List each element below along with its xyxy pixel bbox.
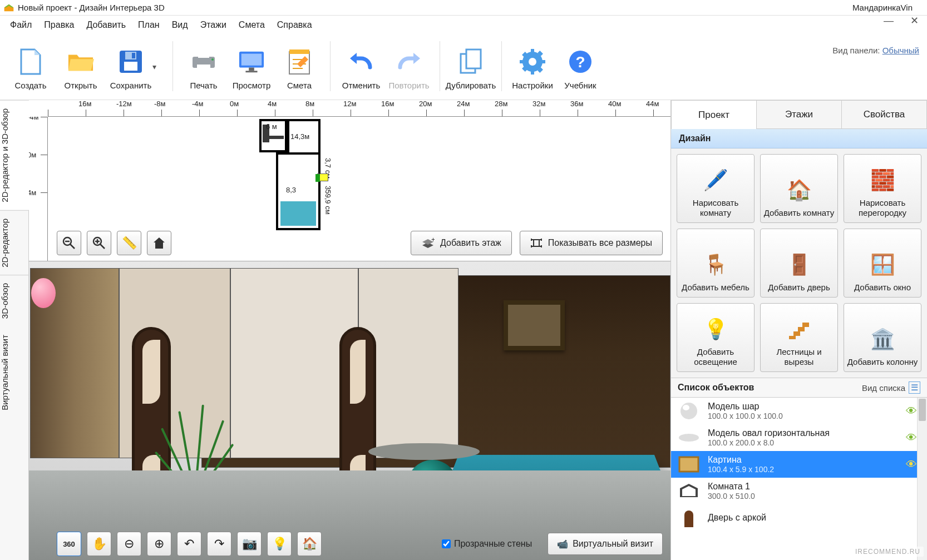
scrollbar[interactable] <box>917 398 927 560</box>
menu-view[interactable]: Вид <box>166 18 194 32</box>
zoom-out-button[interactable] <box>57 231 81 255</box>
create-button[interactable]: Создать <box>6 38 56 96</box>
design-tools: 🖊️Нарисовать комнату 🏠Добавить комнату 🧱… <box>671 148 927 378</box>
tab-floors[interactable]: Этажи <box>757 100 842 129</box>
estimate-button[interactable]: Смета <box>275 38 323 96</box>
panel-view-link[interactable]: Обычный <box>882 46 919 55</box>
home-button[interactable] <box>147 231 171 255</box>
home-3d-button[interactable]: 🏠 <box>297 532 322 556</box>
pane-3d[interactable]: 360 ✋ ⊖ ⊕ ↶ ↷ 📷 💡 🏠 Прозрачные стены 📹 В… <box>29 261 670 560</box>
floorplan[interactable]: 6 м 14,3м 8,3 3,7 см 359,9 см <box>259 119 348 236</box>
door-icon: 🚪 <box>787 251 812 278</box>
menu-plan[interactable]: План <box>132 18 165 32</box>
svg-rect-19 <box>531 70 534 75</box>
objects-header: Список объектов <box>678 383 862 393</box>
svg-line-32 <box>100 244 105 249</box>
zoom-in-button[interactable] <box>87 231 111 255</box>
menubar: Файл Правка Добавить План Вид Этажи Смет… <box>0 16 927 34</box>
list-view-mode[interactable]: Вид списка ☰ <box>862 381 920 394</box>
add-window-button[interactable]: 🪟Добавить окно <box>844 229 921 298</box>
settings-button[interactable]: Настройки <box>509 38 556 96</box>
close-button[interactable]: ✕ <box>909 16 919 26</box>
tab-virtual[interactable]: Виртуальный визит <box>0 327 28 418</box>
show-dims-button[interactable]: Показывать все размеры <box>520 231 663 255</box>
save-button[interactable]: Сохранить <box>106 38 156 96</box>
user-label: МандаринкаVin <box>852 3 913 12</box>
chair-icon: 🪑 <box>703 251 728 278</box>
duplicate-button[interactable]: Дублировать <box>447 38 495 96</box>
tab-properties[interactable]: Свойства <box>842 100 927 129</box>
svg-rect-15 <box>466 49 481 68</box>
virtual-visit-button[interactable]: 📹 Виртуальный визит <box>548 533 663 555</box>
svg-point-36 <box>681 403 697 419</box>
picture-object <box>504 300 565 350</box>
pan-button[interactable]: ✋ <box>87 532 111 556</box>
list-item[interactable]: Дверь с аркой <box>671 504 927 531</box>
add-furniture-button[interactable]: 🪑Добавить мебель <box>677 229 755 298</box>
pane-2d[interactable]: 16м -12м -8м -4м 0м 4м 8м 12м 16м 20м 24… <box>29 100 670 261</box>
print-button[interactable]: Печать <box>180 38 228 96</box>
add-lighting-button[interactable]: 💡Добавить освещение <box>677 303 755 372</box>
watermark: IRECOMMEND.RU <box>852 547 924 557</box>
list-item[interactable]: Модель овал горизонтальная100.0 x 200.0 … <box>671 424 927 451</box>
view-360-button[interactable]: 360 <box>57 532 81 556</box>
zoom-in-3d-button[interactable]: ⊕ <box>147 532 171 556</box>
list-item[interactable]: Комната 1300.0 x 510.0 <box>671 478 927 504</box>
tutorial-button[interactable]: ? Учебник <box>556 38 604 96</box>
svg-rect-11 <box>245 71 257 72</box>
redo-button[interactable]: Повторить <box>385 38 433 96</box>
open-button[interactable]: Открыть <box>56 38 106 96</box>
balloon-object <box>31 278 56 308</box>
menu-help[interactable]: Справка <box>272 18 318 32</box>
list-item[interactable]: Картина100.4 x 5.9 x 100.2 👁 <box>671 451 927 478</box>
bulb-icon: 💡 <box>703 316 728 343</box>
tab-project[interactable]: Проект <box>671 100 757 129</box>
titlebar: Новый проект - Дизайн Интерьера 3D Манда… <box>0 0 927 16</box>
menu-floors[interactable]: Этажи <box>195 18 232 32</box>
svg-rect-3 <box>132 53 135 58</box>
render-3d[interactable] <box>29 261 670 560</box>
tab-2d-3d[interactable]: 2D-редактор и 3D-обзор <box>0 100 29 210</box>
draw-room-button[interactable]: 🖊️Нарисовать комнату <box>677 154 755 223</box>
svg-rect-5 <box>198 51 209 58</box>
help-icon: ? <box>567 48 594 75</box>
transparent-walls-checkbox[interactable]: Прозрачные стены <box>442 539 532 549</box>
svg-rect-10 <box>249 68 254 71</box>
list-item[interactable]: Модель шар100.0 x 100.0 x 100.0 👁 <box>671 398 927 424</box>
zoom-out-3d-button[interactable]: ⊖ <box>117 532 141 556</box>
center-panel: 16м -12м -8м -4м 0м 4м 8м 12м 16м 20м 24… <box>29 100 671 560</box>
light-button[interactable]: 💡 <box>267 532 292 556</box>
menu-file[interactable]: Файл <box>4 18 37 32</box>
draw-partition-button[interactable]: 🧱Нарисовать перегородку <box>844 154 921 223</box>
add-door-button[interactable]: 🚪Добавить дверь <box>760 229 838 298</box>
menu-estimate[interactable]: Смета <box>233 18 270 32</box>
right-panel: Проект Этажи Свойства Дизайн 🖊️Нарисоват… <box>671 100 927 560</box>
stairs-icon <box>788 316 810 343</box>
menu-edit[interactable]: Правка <box>38 18 80 32</box>
add-room-button[interactable]: 🏠Добавить комнату <box>760 154 838 223</box>
rotate-right-button[interactable]: ↷ <box>207 532 231 556</box>
add-column-button[interactable]: 🏛️Добавить колонну <box>844 303 921 372</box>
table-object <box>368 443 480 460</box>
undo-icon <box>348 48 374 75</box>
minimize-button[interactable]: — <box>884 16 894 26</box>
svg-rect-20 <box>520 60 524 63</box>
svg-point-17 <box>529 58 536 66</box>
add-floor-button[interactable]: + Добавить этаж <box>411 231 512 255</box>
new-file-icon <box>17 48 44 75</box>
undo-button[interactable]: Отменить <box>337 38 385 96</box>
measure-button[interactable]: 📏 <box>117 231 141 255</box>
camera-button[interactable]: 📷 <box>237 532 262 556</box>
view-tabs: 2D-редактор и 3D-обзор 2D-редактор 3D-об… <box>0 100 29 560</box>
menu-add[interactable]: Добавить <box>81 18 131 32</box>
svg-rect-13 <box>289 49 309 54</box>
stairs-button[interactable]: Лестницы и вырезы <box>760 303 838 372</box>
preview-button[interactable]: Просмотр <box>228 38 275 96</box>
sphere-icon <box>677 401 701 421</box>
tab-2d[interactable]: 2D-редактор <box>0 210 28 275</box>
save-dropdown-arrow[interactable]: ▾ <box>152 62 162 71</box>
tab-3d[interactable]: 3D-обзор <box>0 275 28 326</box>
toolbar: Создать Открыть Сохранить ▾ Печать Просм… <box>0 34 927 100</box>
selection-marker[interactable] <box>317 174 328 181</box>
rotate-left-button[interactable]: ↶ <box>177 532 201 556</box>
